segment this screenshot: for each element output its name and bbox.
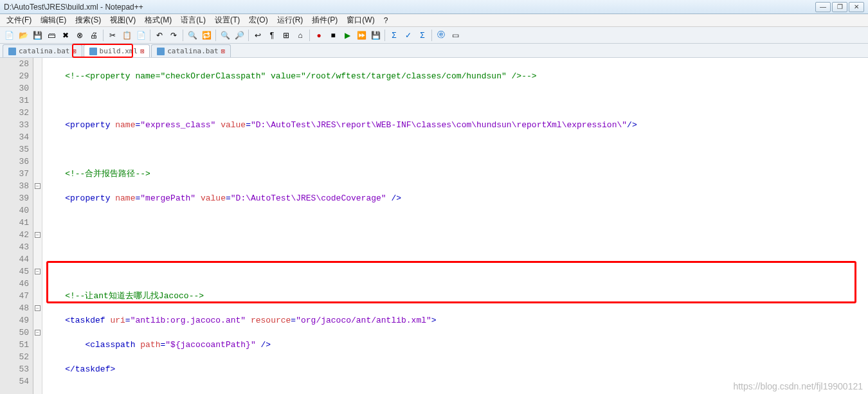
play-multi-icon[interactable]: ⏩ [355, 29, 368, 42]
fold-toggle-icon[interactable]: − [33, 302, 42, 314]
file-tab-build[interactable]: build.xml ⊠ [84, 44, 150, 57]
paste-icon[interactable]: 📄 [134, 29, 147, 42]
code-content[interactable]: <!--<property name="checkOrderClasspath"… [42, 58, 868, 394]
line-number: 45 [0, 265, 33, 278]
line-number: 34 [0, 131, 33, 143]
find-icon[interactable]: 🔍 [186, 29, 199, 42]
copy-icon[interactable]: 📋 [120, 29, 133, 42]
close-all-icon[interactable]: ⊗ [73, 29, 86, 42]
line-number: 48 [0, 302, 33, 314]
new-file-icon[interactable]: 📄 [3, 29, 15, 42]
fold-toggle-icon[interactable]: − [33, 180, 42, 192]
code-comment: <!--<property name="checkOrderClasspath"… [65, 71, 536, 81]
show-all-chars-icon[interactable]: ¶ [266, 29, 278, 42]
file-tab-catalina1[interactable]: catalina.bat ⊠ [3, 44, 82, 57]
tab-close-icon[interactable]: ⊠ [140, 48, 144, 55]
line-number: 37 [0, 168, 33, 180]
undo-icon[interactable]: ↶ [153, 29, 166, 42]
file-tab-catalina2[interactable]: catalina.bat ⊠ [151, 44, 231, 57]
sigma2-icon[interactable]: Σ [416, 29, 429, 42]
toolbar: 📄 📂 💾 🗃 ✖ ⊗ 🖨 ✂ 📋 📄 ↶ ↷ 🔍 🔁 🔍 🔎 ↩ ¶ ⊞ ⌂ … [0, 27, 868, 44]
line-number: 44 [0, 253, 33, 265]
menu-format[interactable]: 格式(M) [141, 13, 176, 27]
toolbar-separator [431, 30, 432, 41]
fold-toggle-icon[interactable]: − [33, 265, 42, 278]
fold-toggle-icon[interactable]: − [33, 229, 42, 241]
zoom-in-icon[interactable]: 🔍 [219, 29, 231, 42]
tab-close-icon[interactable]: ⊠ [221, 48, 225, 55]
lang-icon[interactable]: ⌂ [294, 29, 307, 42]
line-number: 54 [0, 375, 33, 388]
zoom-out-icon[interactable]: 🔎 [233, 29, 246, 42]
toolbar-separator [309, 30, 310, 41]
close-file-icon[interactable]: ✖ [59, 29, 72, 42]
line-number: 40 [0, 204, 33, 217]
menu-file[interactable]: 文件(F) [3, 13, 35, 27]
play-macro-icon[interactable]: ▶ [341, 29, 354, 42]
close-button[interactable]: ✕ [849, 2, 864, 12]
menu-search[interactable]: 搜索(S) [71, 13, 105, 27]
toolbar-separator [248, 30, 249, 41]
menu-edit[interactable]: 编辑(E) [37, 13, 70, 27]
ie-icon[interactable]: ⓔ [435, 29, 448, 42]
record-macro-icon[interactable]: ● [312, 29, 325, 42]
line-number: 31 [0, 94, 33, 107]
editor-area[interactable]: 28 29 30 31 32 33 34 35 36 37 38 39 40 4… [0, 58, 868, 394]
menu-bar: 文件(F) 编辑(E) 搜索(S) 视图(V) 格式(M) 语言(L) 设置(T… [0, 14, 868, 27]
menu-settings[interactable]: 设置(T) [211, 13, 244, 27]
line-number: 49 [0, 314, 33, 327]
menu-macro[interactable]: 宏(O) [245, 13, 271, 27]
line-number: 43 [0, 241, 33, 253]
window-controls: — ❐ ✕ [815, 2, 864, 12]
file-icon [89, 48, 97, 55]
menu-window[interactable]: 窗口(W) [343, 13, 378, 27]
tab-close-icon[interactable]: ⊠ [72, 48, 76, 55]
window-titlebar: D:\AutoTest\JRES\build.xml - Notepad++ —… [0, 0, 868, 14]
sigma-icon[interactable]: Σ [388, 29, 401, 42]
indent-guide-icon[interactable]: ⊞ [280, 29, 293, 42]
menu-language[interactable]: 语言(L) [177, 13, 210, 27]
line-number: 47 [0, 290, 33, 302]
stop-macro-icon[interactable]: ■ [327, 29, 339, 42]
cut-icon[interactable]: ✂ [106, 29, 119, 42]
line-number: 30 [0, 82, 33, 94]
redo-icon[interactable]: ↷ [167, 29, 180, 42]
wrap-icon[interactable]: ↩ [251, 29, 264, 42]
line-number: 33 [0, 119, 33, 131]
menu-help[interactable]: ? [380, 15, 392, 26]
fold-toggle-icon[interactable]: − [33, 327, 42, 339]
replace-icon[interactable]: 🔁 [200, 29, 213, 42]
window-title: D:\AutoTest\JRES\build.xml - Notepad++ [4, 3, 143, 12]
save-icon[interactable]: 💾 [31, 29, 44, 42]
menu-run[interactable]: 运行(R) [273, 13, 307, 27]
toolbar-separator [215, 30, 216, 41]
line-number: 35 [0, 143, 33, 156]
menu-view[interactable]: 视图(V) [106, 13, 140, 27]
line-number-gutter: 28 29 30 31 32 33 34 35 36 37 38 39 40 4… [0, 58, 33, 394]
tab-label: catalina.bat [167, 47, 218, 55]
tab-label: build.xml [100, 47, 138, 55]
line-number: 32 [0, 107, 33, 119]
save-all-icon[interactable]: 🗃 [45, 29, 58, 42]
line-number: 39 [0, 192, 33, 204]
file-tab-bar: catalina.bat ⊠ build.xml ⊠ catalina.bat … [0, 44, 868, 58]
print-icon[interactable]: 🖨 [87, 29, 100, 42]
line-number: 41 [0, 217, 33, 229]
open-file-icon[interactable]: 📂 [17, 29, 30, 42]
menu-plugins[interactable]: 插件(P) [308, 13, 341, 27]
watermark-text: https://blog.csdn.net/fjl19900121 [733, 381, 863, 391]
line-number: 51 [0, 339, 33, 351]
minimize-button[interactable]: — [815, 2, 831, 12]
line-number: 42 [0, 229, 33, 241]
tab-label: catalina.bat [19, 47, 69, 55]
line-number: 52 [0, 351, 33, 363]
spell-icon[interactable]: ✓ [402, 29, 415, 42]
save-macro-icon[interactable]: 💾 [369, 29, 382, 42]
toolbar-separator [384, 30, 385, 41]
maximize-button[interactable]: ❐ [832, 2, 847, 12]
line-number: 28 [0, 58, 33, 70]
line-number: 50 [0, 327, 33, 339]
doc-icon[interactable]: ▭ [449, 29, 462, 42]
toolbar-separator [103, 30, 104, 41]
toolbar-separator [183, 30, 183, 41]
